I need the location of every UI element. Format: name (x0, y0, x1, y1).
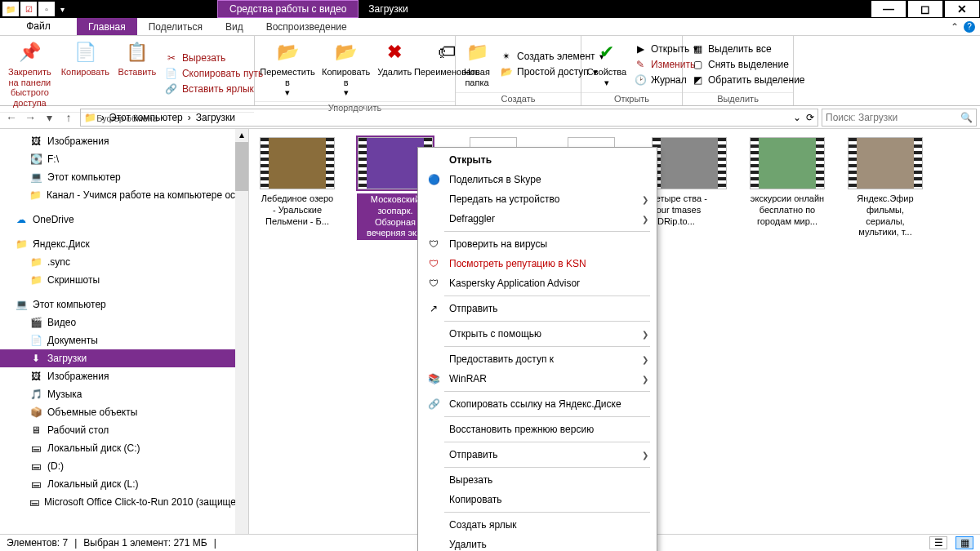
obj-icon (29, 406, 42, 419)
close-button[interactable]: ✕ (944, 0, 980, 18)
menu-item-icon (426, 538, 441, 551)
tree-item[interactable]: Канал - Учимся работе на компьютере осно… (0, 186, 248, 204)
context-menu-item[interactable]: Открыть с помощью❯ (418, 324, 657, 344)
file-caption: Яндекс.Эфир фильмы, сериалы, мультики, т… (847, 193, 924, 238)
crumb-downloads[interactable]: Загрузки (196, 112, 235, 123)
doc-icon (29, 334, 42, 347)
tree-item[interactable]: Microsoft Office Click-to-Run 2010 (защи… (0, 493, 248, 511)
help-icon[interactable]: ? (964, 21, 975, 33)
scrollbar[interactable]: ▴ (235, 129, 248, 534)
tree-item-label: Изображения (47, 136, 109, 147)
tree-item[interactable]: Этот компьютер (0, 168, 248, 186)
tab-share[interactable]: Поделиться (137, 18, 214, 35)
file-item[interactable]: Лебединое озеро - Уральские Пельмени - Б… (259, 137, 336, 227)
tree-item[interactable]: Яндекс.Диск (0, 235, 248, 253)
context-menu-item[interactable]: 🔵Поделиться в Skype (418, 170, 657, 189)
cut-button[interactable]: ✂Вырезать (165, 51, 263, 64)
context-menu-item[interactable]: Defraggler❯ (418, 209, 657, 229)
up-button[interactable]: ↑ (60, 111, 77, 124)
tree-item[interactable]: Документы (0, 331, 248, 349)
icons-view-button[interactable]: ▦ (956, 536, 973, 549)
context-menu-item[interactable]: ↗Отправить (418, 299, 657, 318)
menu-item-label: Defraggler (449, 213, 495, 224)
navigation-tree[interactable]: ▴ ИзображенияF:\Этот компьютерКанал - Уч… (0, 129, 249, 534)
tab-file[interactable]: Файл (0, 18, 77, 35)
context-menu-item[interactable]: Удалить (418, 535, 657, 551)
context-menu-item[interactable]: 🛡Проверить на вирусы (418, 234, 657, 254)
qat-dropdown-icon[interactable]: ▾ (56, 2, 68, 16)
select-none-button[interactable]: ▢Снять выделение (691, 58, 805, 71)
back-button[interactable]: ← (3, 111, 20, 124)
details-view-button[interactable]: ☰ (929, 536, 947, 549)
tree-item[interactable]: Загрузки (0, 349, 248, 367)
tree-item[interactable]: Изображения (0, 367, 248, 385)
recent-button[interactable]: ▾ (42, 111, 58, 124)
tab-play[interactable]: Воспроизведение (255, 18, 359, 35)
tree-item[interactable]: Локальный диск (L:) (0, 475, 248, 493)
qat-folder-icon[interactable]: 📁 (2, 2, 19, 16)
invert-selection-button[interactable]: ◩Обратить выделение (691, 73, 805, 87)
copy-path-button[interactable]: 📄Скопировать путь (165, 67, 263, 80)
contextual-tab[interactable]: Средства работы с видео (217, 0, 359, 18)
paste-button[interactable]: 📋Вставить (114, 38, 160, 110)
pin-button[interactable]: 📌Закрепить на панели быстрого доступа (3, 38, 56, 110)
paste-icon: 📋 (124, 39, 150, 65)
tree-item[interactable]: Музыка (0, 385, 248, 403)
newitem-icon: ✴ (500, 50, 513, 63)
qat-check-icon[interactable]: ☑ (20, 2, 37, 16)
tab-view[interactable]: Вид (214, 18, 255, 35)
context-menu-item[interactable]: 📚WinRAR❯ (418, 369, 657, 389)
tree-item[interactable]: Объемные объекты (0, 403, 248, 421)
context-menu-item[interactable]: Передать на устройство❯ (418, 189, 657, 209)
tree-item[interactable]: Рабочий стол (0, 421, 248, 439)
qat-item-icon[interactable]: ▫ (38, 2, 55, 16)
file-item[interactable]: Яндекс.Эфир фильмы, сериалы, мультики, т… (847, 137, 924, 238)
scroll-up-icon[interactable]: ▴ (235, 129, 248, 140)
search-input[interactable]: Поиск: Загрузки 🔍 (822, 109, 977, 127)
tree-item[interactable]: OneDrive (0, 211, 248, 229)
folder-icon (29, 273, 42, 287)
move-to-button[interactable]: 📂Переместить в▾ (258, 38, 317, 100)
menu-item-icon (426, 212, 441, 225)
tree-item[interactable]: Локальный диск (C:) (0, 439, 248, 457)
tree-item[interactable]: .sync (0, 253, 248, 271)
context-menu-item[interactable]: Открыть (418, 150, 657, 170)
refresh-button[interactable]: ⟳ (806, 112, 814, 123)
context-menu-item[interactable]: 🔗Скопировать ссылку на Яндекс.Диске (418, 394, 657, 414)
tree-item[interactable]: (D:) (0, 457, 248, 475)
copy-button[interactable]: 📄Копировать (56, 38, 114, 110)
maximize-button[interactable]: ◻ (907, 0, 943, 18)
context-menu-item[interactable]: 🛡Kaspersky Application Advisor (418, 273, 657, 293)
tree-item[interactable]: Этот компьютер (0, 295, 248, 313)
delete-button[interactable]: ✖Удалить (375, 38, 414, 100)
file-item[interactable]: экскурсии онлайн бесплатно по городам ми… (749, 137, 826, 227)
file-item[interactable]: четыре ства - Four tmases HDRip.to... (651, 137, 728, 227)
menu-item-label: WinRAR (449, 373, 487, 384)
tree-item[interactable]: F:\ (0, 150, 248, 168)
tree-item[interactable]: Скриншоты (0, 271, 248, 289)
dropdown-icon[interactable]: ⌄ (793, 112, 801, 123)
ribbon-help[interactable]: ⌃? (946, 18, 980, 35)
context-menu-item[interactable]: Вырезать (418, 470, 657, 490)
forward-button[interactable]: → (22, 111, 38, 124)
breadcrumb[interactable]: 📁 › Этот компьютер › Загрузки ⌄ ⟳ (80, 109, 818, 127)
context-menu-item[interactable]: Предоставить доступ к❯ (418, 349, 657, 369)
new-folder-button[interactable]: 📁Новая папка (459, 38, 495, 91)
context-menu-item[interactable]: Создать ярлык (418, 515, 657, 535)
select-all-button[interactable]: ▦Выделить все (691, 42, 805, 56)
pc-icon (29, 171, 42, 184)
tree-item[interactable]: Изображения (0, 132, 248, 150)
minimize-button[interactable]: — (871, 0, 906, 18)
chevron-up-icon[interactable]: ⌃ (951, 21, 959, 33)
properties-button[interactable]: ✔Свойства▾ (585, 38, 629, 91)
context-menu-item[interactable]: Копировать (418, 490, 657, 509)
context-menu-item[interactable]: Отправить❯ (418, 445, 657, 464)
context-menu-item[interactable]: Восстановить прежнюю версию (418, 420, 657, 439)
tree-item[interactable]: Видео (0, 313, 248, 331)
tab-home[interactable]: Главная (77, 18, 137, 35)
context-menu-item[interactable]: 🛡Посмотреть репутацию в KSN (418, 254, 657, 273)
copy-to-button[interactable]: 📂Копировать в▾ (317, 38, 375, 100)
crumb-this-pc[interactable]: Этот компьютер (109, 112, 183, 123)
scroll-thumb[interactable] (235, 142, 248, 191)
paste-shortcut-button[interactable]: 🔗Вставить ярлык (165, 82, 263, 96)
